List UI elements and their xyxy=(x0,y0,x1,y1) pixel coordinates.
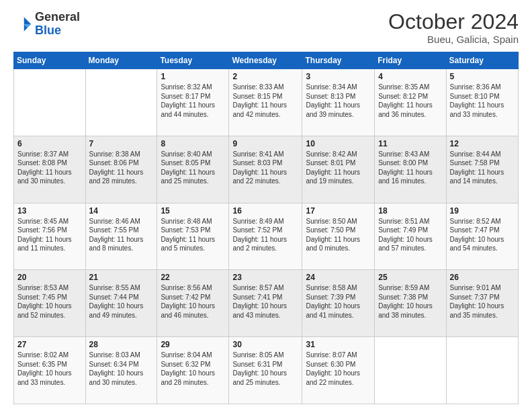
day-info: Sunrise: 8:36 AM Sunset: 8:10 PM Dayligh… xyxy=(450,83,515,119)
day-info: Sunrise: 8:03 AM Sunset: 6:34 PM Dayligh… xyxy=(89,351,154,387)
day-number: 30 xyxy=(232,340,298,349)
calendar-cell xyxy=(14,69,86,136)
day-number: 25 xyxy=(378,273,442,282)
day-number: 31 xyxy=(306,340,371,349)
day-info: Sunrise: 8:43 AM Sunset: 8:00 PM Dayligh… xyxy=(378,150,442,186)
calendar-header: SundayMondayTuesdayWednesdayThursdayFrid… xyxy=(14,52,519,69)
day-info: Sunrise: 8:59 AM Sunset: 7:38 PM Dayligh… xyxy=(378,283,442,320)
svg-marker-0 xyxy=(24,17,32,24)
day-info: Sunrise: 8:02 AM Sunset: 6:35 PM Dayligh… xyxy=(17,351,82,387)
day-info: Sunrise: 8:37 AM Sunset: 8:08 PM Dayligh… xyxy=(17,150,82,186)
logo-general-text: General xyxy=(35,10,80,24)
day-info: Sunrise: 8:05 AM Sunset: 6:31 PM Dayligh… xyxy=(232,351,298,387)
day-number: 27 xyxy=(17,340,82,349)
day-number: 16 xyxy=(232,206,298,216)
logo: General Blue xyxy=(13,11,80,38)
calendar-cell: 17Sunrise: 8:50 AM Sunset: 7:50 PM Dayli… xyxy=(302,203,375,270)
calendar-cell: 5Sunrise: 8:36 AM Sunset: 8:10 PM Daylig… xyxy=(446,69,518,136)
calendar-page: General Blue October 2024 Bueu, Galicia,… xyxy=(0,0,532,411)
day-info: Sunrise: 8:55 AM Sunset: 7:44 PM Dayligh… xyxy=(89,283,154,320)
day-info: Sunrise: 8:46 AM Sunset: 7:55 PM Dayligh… xyxy=(89,217,154,253)
day-info: Sunrise: 8:32 AM Sunset: 8:17 PM Dayligh… xyxy=(161,83,225,119)
calendar-cell: 12Sunrise: 8:44 AM Sunset: 7:58 PM Dayli… xyxy=(446,136,518,203)
calendar-cell: 4Sunrise: 8:35 AM Sunset: 8:12 PM Daylig… xyxy=(375,69,446,136)
week-row-0: 1Sunrise: 8:32 AM Sunset: 8:17 PM Daylig… xyxy=(14,69,519,136)
calendar-cell: 18Sunrise: 8:51 AM Sunset: 7:49 PM Dayli… xyxy=(375,203,446,270)
day-number: 7 xyxy=(89,139,154,148)
day-info: Sunrise: 8:04 AM Sunset: 6:32 PM Dayligh… xyxy=(161,351,225,387)
day-info: Sunrise: 8:57 AM Sunset: 7:41 PM Dayligh… xyxy=(232,283,298,320)
calendar-cell: 27Sunrise: 8:02 AM Sunset: 6:35 PM Dayli… xyxy=(14,337,86,404)
calendar-table: SundayMondayTuesdayWednesdayThursdayFrid… xyxy=(13,52,519,404)
calendar-cell: 22Sunrise: 8:56 AM Sunset: 7:42 PM Dayli… xyxy=(157,270,229,337)
weekday-header-thursday: Thursday xyxy=(302,52,375,69)
calendar-cell: 30Sunrise: 8:05 AM Sunset: 6:31 PM Dayli… xyxy=(229,337,302,404)
weekday-header-tuesday: Tuesday xyxy=(157,52,229,69)
day-number: 12 xyxy=(450,139,515,148)
day-number: 26 xyxy=(450,273,515,282)
logo-text: General Blue xyxy=(35,11,80,38)
calendar-cell: 26Sunrise: 9:01 AM Sunset: 7:37 PM Dayli… xyxy=(446,270,518,337)
day-info: Sunrise: 8:50 AM Sunset: 7:50 PM Dayligh… xyxy=(306,217,371,253)
calendar-cell: 23Sunrise: 8:57 AM Sunset: 7:41 PM Dayli… xyxy=(229,270,302,337)
calendar-cell: 9Sunrise: 8:41 AM Sunset: 8:03 PM Daylig… xyxy=(229,136,302,203)
week-row-3: 20Sunrise: 8:53 AM Sunset: 7:45 PM Dayli… xyxy=(14,270,519,337)
logo-blue-text: Blue xyxy=(35,24,61,37)
day-number: 23 xyxy=(232,273,298,282)
calendar-cell: 29Sunrise: 8:04 AM Sunset: 6:32 PM Dayli… xyxy=(157,337,229,404)
day-number: 2 xyxy=(232,72,298,81)
calendar-cell: 20Sunrise: 8:53 AM Sunset: 7:45 PM Dayli… xyxy=(14,270,86,337)
day-number: 4 xyxy=(378,72,442,81)
header: General Blue October 2024 Bueu, Galicia,… xyxy=(13,11,519,45)
calendar-cell: 21Sunrise: 8:55 AM Sunset: 7:44 PM Dayli… xyxy=(85,270,157,337)
day-number: 9 xyxy=(232,139,298,148)
day-number: 8 xyxy=(161,139,225,148)
day-info: Sunrise: 8:34 AM Sunset: 8:13 PM Dayligh… xyxy=(306,83,371,119)
calendar-cell: 25Sunrise: 8:59 AM Sunset: 7:38 PM Dayli… xyxy=(375,270,446,337)
calendar-cell xyxy=(446,337,518,404)
month-title: October 2024 xyxy=(388,11,519,32)
calendar-cell: 14Sunrise: 8:46 AM Sunset: 7:55 PM Dayli… xyxy=(85,203,157,270)
day-info: Sunrise: 8:53 AM Sunset: 7:45 PM Dayligh… xyxy=(17,283,82,320)
day-info: Sunrise: 8:45 AM Sunset: 7:56 PM Dayligh… xyxy=(17,217,82,253)
weekday-header-monday: Monday xyxy=(85,52,157,69)
weekday-header-friday: Friday xyxy=(375,52,446,69)
calendar-body: 1Sunrise: 8:32 AM Sunset: 8:17 PM Daylig… xyxy=(14,69,519,404)
day-info: Sunrise: 8:07 AM Sunset: 6:30 PM Dayligh… xyxy=(306,351,371,387)
calendar-cell: 8Sunrise: 8:40 AM Sunset: 8:05 PM Daylig… xyxy=(157,136,229,203)
calendar-cell xyxy=(85,69,157,136)
day-number: 21 xyxy=(89,273,154,282)
day-number: 13 xyxy=(17,206,82,216)
day-number: 14 xyxy=(89,206,154,216)
calendar-cell: 2Sunrise: 8:33 AM Sunset: 8:15 PM Daylig… xyxy=(229,69,302,136)
calendar-cell: 10Sunrise: 8:42 AM Sunset: 8:01 PM Dayli… xyxy=(302,136,375,203)
day-number: 11 xyxy=(378,139,442,148)
week-row-1: 6Sunrise: 8:37 AM Sunset: 8:08 PM Daylig… xyxy=(14,136,519,203)
day-info: Sunrise: 8:41 AM Sunset: 8:03 PM Dayligh… xyxy=(232,150,298,186)
day-info: Sunrise: 8:49 AM Sunset: 7:52 PM Dayligh… xyxy=(232,217,298,253)
day-info: Sunrise: 8:44 AM Sunset: 7:58 PM Dayligh… xyxy=(450,150,515,186)
location-title: Bueu, Galicia, Spain xyxy=(388,34,519,45)
day-info: Sunrise: 8:51 AM Sunset: 7:49 PM Dayligh… xyxy=(378,217,442,253)
calendar-cell: 15Sunrise: 8:48 AM Sunset: 7:53 PM Dayli… xyxy=(157,203,229,270)
day-number: 3 xyxy=(306,72,371,81)
day-number: 1 xyxy=(161,72,225,81)
day-number: 6 xyxy=(17,139,82,148)
calendar-cell: 31Sunrise: 8:07 AM Sunset: 6:30 PM Dayli… xyxy=(302,337,375,404)
day-number: 5 xyxy=(450,72,515,81)
day-info: Sunrise: 8:38 AM Sunset: 8:06 PM Dayligh… xyxy=(89,150,154,186)
day-number: 10 xyxy=(306,139,371,148)
day-number: 18 xyxy=(378,206,442,216)
day-number: 20 xyxy=(17,273,82,282)
calendar-cell: 24Sunrise: 8:58 AM Sunset: 7:39 PM Dayli… xyxy=(302,270,375,337)
calendar-cell: 3Sunrise: 8:34 AM Sunset: 8:13 PM Daylig… xyxy=(302,69,375,136)
day-number: 24 xyxy=(306,273,371,282)
day-number: 19 xyxy=(450,206,515,216)
calendar-cell: 19Sunrise: 8:52 AM Sunset: 7:47 PM Dayli… xyxy=(446,203,518,270)
calendar-cell: 7Sunrise: 8:38 AM Sunset: 8:06 PM Daylig… xyxy=(85,136,157,203)
day-info: Sunrise: 8:33 AM Sunset: 8:15 PM Dayligh… xyxy=(232,83,298,119)
day-info: Sunrise: 8:48 AM Sunset: 7:53 PM Dayligh… xyxy=(161,217,225,253)
calendar-cell: 16Sunrise: 8:49 AM Sunset: 7:52 PM Dayli… xyxy=(229,203,302,270)
calendar-cell: 11Sunrise: 8:43 AM Sunset: 8:00 PM Dayli… xyxy=(375,136,446,203)
calendar-cell: 13Sunrise: 8:45 AM Sunset: 7:56 PM Dayli… xyxy=(14,203,86,270)
